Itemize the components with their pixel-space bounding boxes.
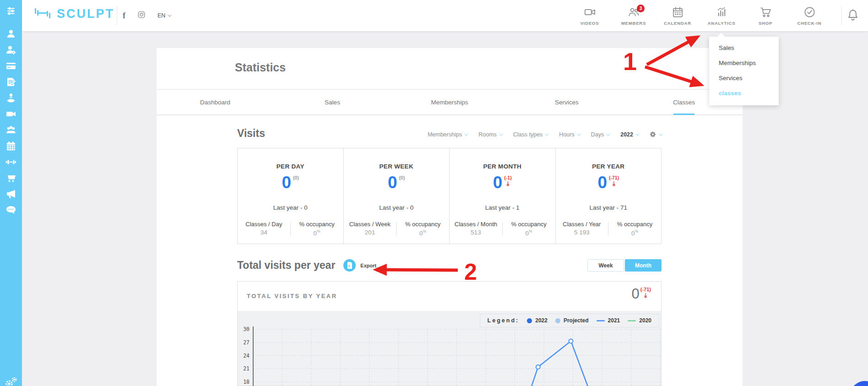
filter-memberships[interactable]: Memberships (428, 131, 467, 138)
card-per-year: PER YEAR 0(-71)⤓ Last year - 71 Classes … (555, 148, 662, 244)
metric-label: Classes / Month (450, 221, 502, 228)
tab-sales[interactable]: Sales (274, 90, 391, 114)
legend-item-2022: 2022 (527, 317, 548, 324)
credit-card-icon[interactable] (5, 60, 16, 71)
chart-panel-title: TOTAL VISITS BY YEAR (247, 293, 337, 299)
excel-file-icon: x (343, 259, 356, 272)
legend-dot-icon (555, 318, 560, 323)
user-settings-icon[interactable] (5, 44, 16, 55)
legend-line-icon (597, 320, 605, 321)
instagram-icon[interactable] (137, 11, 146, 21)
chart-value-number: 0 (632, 286, 640, 302)
card-title: PER DAY (238, 163, 343, 170)
video-camera-icon[interactable] (5, 109, 16, 120)
app-root: { "brand": { "name": "SCULPT" }, "header… (0, 0, 868, 386)
card-value: 0 (493, 174, 503, 191)
toggle-week[interactable]: Week (587, 259, 624, 272)
filter-year[interactable]: 2022 (620, 131, 638, 138)
filter-label: Rooms (478, 131, 497, 138)
card-value: 0 (597, 174, 607, 191)
classes-statistics-content: Visits Memberships Rooms Class types Hou… (157, 115, 743, 386)
legend-item-projected: Projected (555, 317, 589, 324)
floating-action-button[interactable] (850, 381, 868, 386)
svg-text:24: 24 (243, 353, 250, 359)
shop-cart-icon (760, 6, 772, 18)
nav-calendar[interactable]: CALENDAR (656, 0, 700, 31)
personal-training-icon[interactable] (5, 92, 16, 103)
nav-check-in[interactable]: CHECK-IN (787, 0, 831, 31)
nav-shop[interactable]: SHOP (743, 0, 787, 31)
card-value: 0 (388, 174, 397, 191)
gear-icon (650, 131, 656, 138)
filter-hours[interactable]: Hours (559, 131, 579, 138)
card-last-year: Last year - 0 (238, 204, 343, 211)
export-button[interactable]: x Export (343, 259, 376, 272)
header-divider (841, 6, 842, 25)
main-nav: VIDEOS 3 MEMBERS CALENDAR ANALYTICS SHOP… (568, 0, 831, 31)
export-label: Export (360, 263, 376, 268)
nav-label: SHOP (759, 21, 772, 26)
filter-days[interactable]: Days (591, 131, 609, 138)
analytics-icon (716, 6, 728, 18)
user-icon[interactable] (5, 28, 16, 39)
calendar-icon (672, 6, 684, 18)
occupancy-value: 0% (291, 229, 343, 237)
chat-icon[interactable] (5, 205, 16, 216)
analytics-dropdown-menu: Sales Memberships Services classes (709, 37, 779, 105)
chevron-down-icon (499, 132, 503, 136)
svg-text:x: x (348, 264, 350, 267)
occupancy-label: % occupancy (291, 221, 343, 228)
svg-text:18: 18 (243, 379, 250, 385)
filter-rooms[interactable]: Rooms (478, 131, 502, 138)
occupancy-label: % occupancy (608, 221, 661, 228)
trend-down-icon: ⤓ (507, 180, 510, 186)
card-title: PER WEEK (344, 163, 450, 170)
nav-videos[interactable]: VIDEOS (568, 0, 612, 31)
shopping-cart-icon[interactable] (5, 173, 16, 184)
brand-logo[interactable]: SCULPT (34, 6, 114, 21)
visits-summary-cards: PER DAY 0(0)⤓ Last year - 0 Classes / Da… (237, 148, 662, 244)
tab-label: Sales (325, 99, 340, 106)
facebook-icon[interactable]: f (123, 11, 125, 21)
page-title: Statistics (235, 61, 286, 74)
filter-settings[interactable] (650, 131, 662, 138)
dumbbell-icon[interactable] (5, 157, 16, 168)
metric-value: 513 (450, 229, 502, 236)
members-group-icon[interactable] (5, 125, 16, 136)
occupancy-label: % occupancy (396, 221, 449, 228)
chevron-down-icon (464, 132, 468, 136)
filter-class-types[interactable]: Class types (513, 131, 548, 138)
card-last-year: Last year - 0 (344, 204, 450, 211)
chevron-down-icon (168, 13, 172, 16)
language-selector[interactable]: EN (157, 12, 170, 19)
tab-memberships[interactable]: Memberships (391, 90, 508, 114)
chevron-down-icon (635, 132, 639, 136)
calendar-icon[interactable] (5, 141, 16, 152)
metric-value: 201 (344, 229, 396, 236)
occupancy-value: 0% (503, 229, 555, 237)
video-icon (584, 6, 596, 18)
document-edit-icon[interactable] (5, 76, 16, 87)
total-visits-chart-panel: TOTAL VISITS BY YEAR 0 (-71)⤓ 3027242118… (237, 281, 662, 386)
dropdown-item-services[interactable]: Services (709, 71, 779, 86)
nav-analytics[interactable]: ANALYTICS (700, 0, 743, 31)
week-month-toggle: Week Month (587, 259, 662, 272)
dropdown-item-classes[interactable]: classes (709, 86, 779, 101)
tab-label: Memberships (431, 99, 468, 106)
toggle-month[interactable]: Month (625, 259, 662, 272)
sliders-icon[interactable] (0, 5, 22, 16)
nav-label: CHECK-IN (797, 21, 822, 26)
dropdown-item-memberships[interactable]: Memberships (709, 55, 779, 71)
statistics-header-panel: Statistics (157, 48, 743, 89)
megaphone-icon[interactable] (5, 189, 16, 200)
nav-members[interactable]: 3 MEMBERS (612, 0, 656, 31)
tab-label: Dashboard (200, 99, 230, 106)
notifications-bell-icon[interactable] (846, 8, 860, 24)
dropdown-item-sales[interactable]: Sales (709, 40, 779, 55)
tab-label: Services (555, 99, 579, 106)
tab-services[interactable]: Services (508, 90, 625, 114)
nav-label: ANALYTICS (708, 21, 736, 26)
gears-icon[interactable] (4, 377, 18, 386)
svg-text:21: 21 (243, 365, 250, 372)
tab-dashboard[interactable]: Dashboard (157, 90, 274, 114)
